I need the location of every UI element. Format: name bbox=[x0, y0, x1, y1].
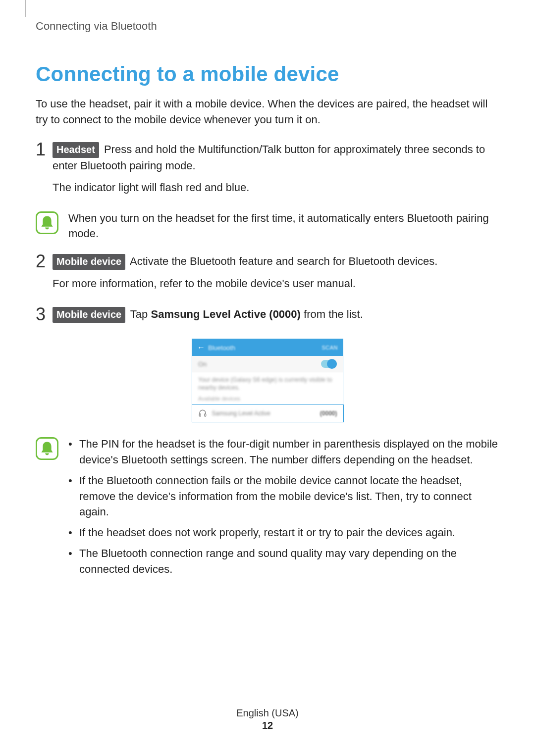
back-arrow-icon: ← bbox=[197, 343, 205, 352]
svg-rect-1 bbox=[199, 414, 201, 416]
step-number: 3 bbox=[36, 305, 53, 323]
step-3-bold: Samsung Level Active (0000) bbox=[151, 308, 300, 320]
phone-screen-title: Bluetooth bbox=[208, 344, 321, 352]
page-footer: English (USA) 12 bbox=[0, 707, 535, 731]
step-2: 2 Mobile device Activate the Bluetooth f… bbox=[36, 253, 499, 298]
intro-paragraph: To use the headset, pair it with a mobil… bbox=[36, 96, 499, 128]
phone-visibility-text: Your device (Galaxy S6 edge) is currentl… bbox=[192, 372, 343, 394]
note-bullet-pin: The PIN for the headset is the four-digi… bbox=[68, 436, 499, 468]
tag-mobile-device: Mobile device bbox=[53, 254, 125, 270]
phone-toggle-row: On bbox=[192, 356, 343, 372]
phone-header: ← Bluetooth SCAN bbox=[192, 339, 343, 356]
step-2-text: Activate the Bluetooth feature and searc… bbox=[127, 255, 437, 267]
phone-frame: ← Bluetooth SCAN On Your device (Galaxy … bbox=[192, 339, 343, 422]
step-number: 1 bbox=[36, 141, 53, 158]
note-bullet-fail: If the Bluetooth connection fails or the… bbox=[68, 473, 499, 520]
step-2-line2: For more information, refer to the mobil… bbox=[53, 276, 499, 292]
phone-screenshot: ← Bluetooth SCAN On Your device (Galaxy … bbox=[36, 339, 499, 422]
phone-on-label: On bbox=[198, 360, 207, 368]
page-tab-rule bbox=[25, 0, 26, 17]
phone-device-name: Samsung Level Active bbox=[212, 410, 320, 417]
note-first-time-text: When you turn on the headset for the fir… bbox=[68, 210, 499, 242]
footer-page-number: 12 bbox=[0, 720, 535, 731]
phone-device-pin: (0000) bbox=[320, 410, 337, 417]
note-bullet-restart: If the headset does not work properly, r… bbox=[68, 525, 499, 541]
footer-language: English (USA) bbox=[0, 707, 535, 719]
tag-mobile-device: Mobile device bbox=[53, 307, 125, 323]
note-bullet-range: The Bluetooth connection range and sound… bbox=[68, 546, 499, 577]
note-first-time: When you turn on the headset for the fir… bbox=[36, 210, 499, 242]
note-bullets: The PIN for the headset is the four-digi… bbox=[36, 436, 499, 582]
step-3-post: from the list. bbox=[301, 308, 363, 320]
headphone-icon bbox=[198, 409, 207, 418]
breadcrumb: Connecting via Bluetooth bbox=[36, 20, 499, 33]
svg-rect-2 bbox=[204, 414, 206, 416]
step-3-pre: Tap bbox=[127, 308, 151, 320]
step-1: 1 Headset Press and hold the Multifuncti… bbox=[36, 142, 499, 202]
tag-headset: Headset bbox=[53, 142, 99, 158]
step-1-text: Press and hold the Multifunction/Talk bu… bbox=[53, 143, 485, 172]
phone-device-row: Samsung Level Active (0000) bbox=[192, 404, 344, 422]
step-number: 2 bbox=[36, 252, 53, 270]
phone-available-label: Available devices bbox=[192, 394, 343, 404]
phone-scan-label: SCAN bbox=[321, 345, 338, 351]
bell-note-icon bbox=[36, 437, 58, 460]
step-3: 3 Mobile device Tap Samsung Level Active… bbox=[36, 306, 499, 329]
step-1-line2: The indicator light will flash red and b… bbox=[53, 180, 499, 196]
page-title: Connecting to a mobile device bbox=[36, 62, 499, 86]
bell-note-icon bbox=[36, 211, 58, 234]
toggle-on-icon bbox=[321, 360, 337, 368]
